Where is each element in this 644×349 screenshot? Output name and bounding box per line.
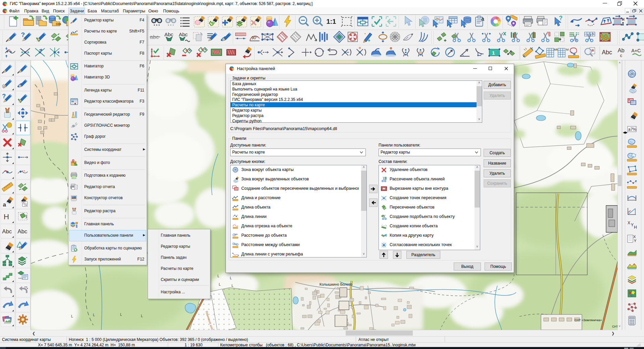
svg-text:a: a (3, 201, 6, 208)
svg-text:a7%: a7% (628, 127, 636, 132)
svg-text:Колышкино Болото: Колышкино Болото (319, 282, 352, 286)
svg-text:L: L (120, 313, 122, 316)
svg-text:L: L (230, 276, 232, 280)
svg-text:L: L (93, 313, 95, 317)
svg-text:Y: Y (634, 239, 637, 243)
svg-text:Abc: Abc (17, 228, 27, 235)
svg-text:L: L (71, 314, 73, 318)
svg-text:L: L (217, 274, 219, 278)
svg-text:H: H (634, 225, 637, 230)
svg-text:L: L (232, 284, 234, 288)
svg-text:X: X (633, 235, 636, 239)
svg-text:L: L (141, 314, 143, 318)
svg-text:H: H (4, 213, 9, 221)
svg-text:X: X (628, 221, 630, 225)
svg-text:": " (26, 256, 27, 260)
svg-text:L: L (219, 283, 221, 286)
svg-text:Y: Y (631, 223, 634, 227)
svg-text:Abc: Abc (2, 228, 12, 235)
svg-text:?: ? (2, 93, 6, 100)
svg-text:СНТ «Земляничка»: СНТ «Земляничка» (575, 318, 602, 322)
